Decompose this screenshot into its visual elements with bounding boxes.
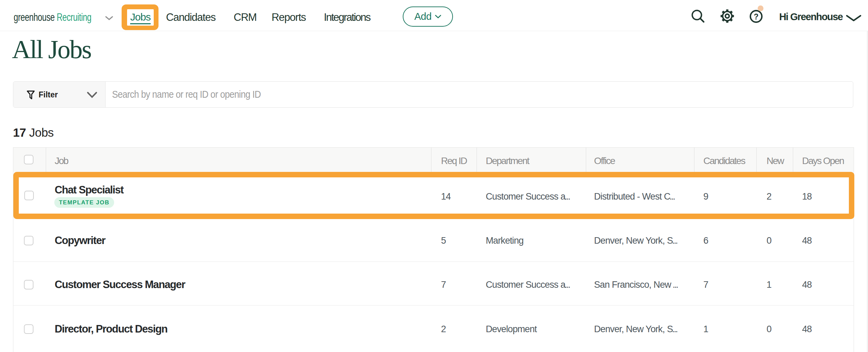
- svg-text:?: ?: [754, 12, 758, 21]
